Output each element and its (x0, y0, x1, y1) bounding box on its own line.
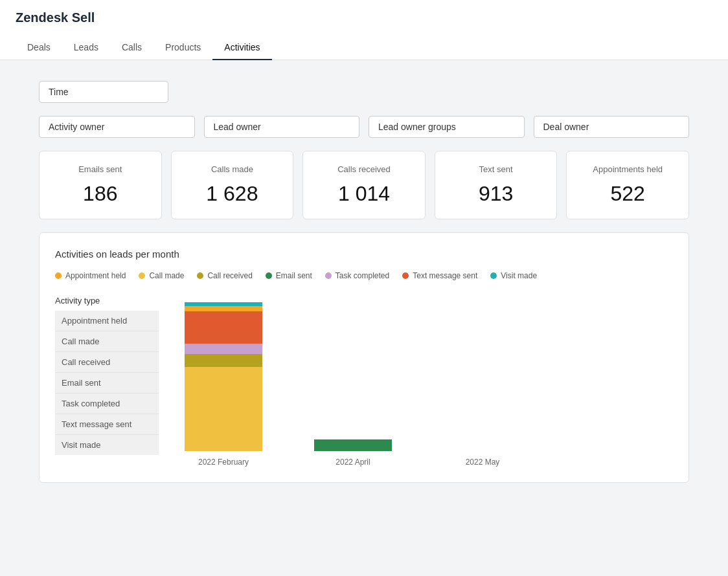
legend-label: Appointment held (65, 271, 126, 280)
app-title: Zendesk Sell (16, 10, 712, 25)
chart-area: Activity type Appointment heldCall madeC… (55, 296, 673, 467)
time-filter[interactable] (39, 81, 168, 103)
legend-item: Appointment held (55, 271, 126, 280)
legend-item: Task completed (325, 271, 389, 280)
main-content: Emails sent186Calls made1 628Calls recei… (0, 60, 728, 504)
legend-item: Email sent (266, 271, 312, 280)
activity-type-item[interactable]: Visit made (55, 435, 159, 455)
activity-type-item[interactable]: Appointment held (55, 311, 159, 331)
deal-owner-filter[interactable] (534, 116, 690, 138)
legend-item: Text message sent (402, 271, 477, 280)
nav-tabs: DealsLeadsCallsProductsActivities (16, 36, 712, 60)
metric-card: Text sent913 (435, 151, 558, 219)
bar-stack (185, 302, 262, 451)
legend-dot (55, 272, 62, 279)
legend-dot (197, 272, 203, 279)
metric-value: 186 (83, 182, 117, 206)
legend-label: Call made (149, 271, 184, 280)
activity-owner-filter[interactable] (39, 116, 195, 138)
metrics-row: Emails sent186Calls made1 628Calls recei… (39, 151, 689, 219)
legend-label: Task completed (336, 271, 389, 280)
x-axis-label: 2022 April (314, 458, 392, 467)
activity-list: Appointment heldCall madeCall receivedEm… (55, 311, 159, 455)
x-axis-label: 2022 May (444, 458, 521, 467)
activity-type-item[interactable]: Email sent (55, 373, 159, 393)
activity-type-item[interactable]: Task completed (55, 393, 159, 414)
bar-segment (185, 354, 262, 367)
legend-label: Email sent (276, 271, 312, 280)
x-axis-label: 2022 February (185, 458, 262, 467)
app-header: Zendesk Sell DealsLeadsCallsProductsActi… (0, 0, 728, 60)
legend-dot (490, 272, 497, 279)
metric-card: Appointments held522 (566, 151, 689, 219)
nav-tab-activities[interactable]: Activities (212, 36, 271, 60)
nav-tab-products[interactable]: Products (154, 36, 212, 60)
legend-dot (325, 272, 332, 279)
x-axis-labels: 2022 February2022 April2022 May (159, 458, 673, 467)
legend-item: Call made (139, 271, 184, 280)
bar-segment (185, 367, 262, 451)
legend-dot (266, 272, 272, 279)
legend-label: Call received (207, 271, 252, 280)
metric-label: Appointments held (593, 164, 663, 174)
nav-tab-deals[interactable]: Deals (16, 36, 62, 60)
lead-owner-groups-filter[interactable] (369, 116, 525, 138)
bar-group (314, 439, 392, 451)
legend-item: Visit made (490, 271, 537, 280)
metric-label: Calls received (337, 164, 391, 174)
metric-value: 522 (610, 182, 644, 206)
metric-value: 1 014 (338, 182, 390, 206)
activity-type-item[interactable]: Call received (55, 352, 159, 373)
owner-filter-row (39, 116, 689, 138)
bar-segment (185, 306, 262, 311)
metric-value: 1 628 (206, 182, 258, 206)
nav-tab-calls[interactable]: Calls (110, 36, 154, 60)
metric-label: Calls made (211, 164, 253, 174)
metric-value: 913 (479, 182, 513, 206)
metric-label: Emails sent (78, 164, 122, 174)
nav-tab-leads[interactable]: Leads (62, 36, 110, 60)
time-filter-row (39, 81, 689, 103)
legend-item: Call received (197, 271, 252, 280)
legend-dot (139, 272, 145, 279)
chart-bars-area: 2022 February2022 April2022 May (159, 296, 673, 467)
metric-label: Text sent (479, 164, 513, 174)
activity-type-label: Activity type (55, 296, 159, 305)
legend-label: Text message sent (413, 271, 477, 280)
chart-legend: Appointment heldCall madeCall receivedEm… (55, 271, 673, 280)
metric-card: Calls received1 014 (302, 151, 426, 219)
bar-segment (185, 311, 262, 344)
bar-group (185, 302, 262, 451)
bar-segment (185, 344, 262, 354)
metric-card: Emails sent186 (39, 151, 162, 219)
chart-title: Activities on leads per month (55, 249, 673, 260)
metric-card: Calls made1 628 (171, 151, 294, 219)
bar-segment (314, 439, 392, 451)
legend-dot (402, 272, 409, 279)
activity-type-item[interactable]: Text message sent (55, 414, 159, 435)
activity-type-item[interactable]: Call made (55, 331, 159, 352)
bar-stack (314, 439, 392, 451)
chart-sidebar: Activity type Appointment heldCall madeC… (55, 296, 159, 467)
bars-container (159, 296, 673, 458)
legend-label: Visit made (501, 271, 537, 280)
lead-owner-filter[interactable] (204, 116, 360, 138)
chart-section: Activities on leads per month Appointmen… (39, 232, 689, 483)
